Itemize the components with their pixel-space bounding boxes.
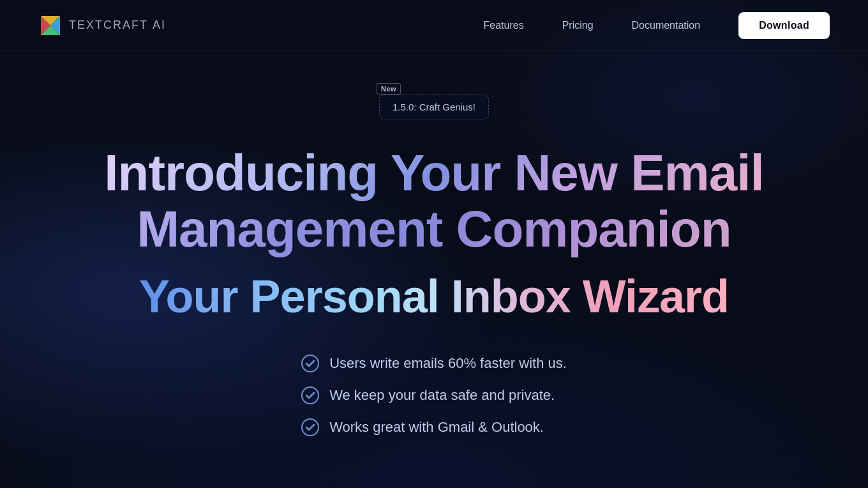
version-text: 1.5.0: Craft Genius! — [379, 95, 489, 119]
feature-item-3: Works great with Gmail & Outlook. — [301, 418, 544, 436]
navigation: TEXTCRAFT AI Features Pricing Documentat… — [0, 0, 868, 51]
feature-text-2: We keep your data safe and private. — [329, 387, 555, 404]
hero-title: Introducing Your New Email Management Co… — [104, 145, 763, 257]
feature-text-3: Works great with Gmail & Outlook. — [329, 419, 544, 436]
feature-item-1: Users write emails 60% faster with us. — [301, 355, 567, 372]
feature-text-1: Users write emails 60% faster with us. — [329, 355, 567, 372]
nav-links: Features Pricing Documentation Download — [483, 12, 830, 39]
logo[interactable]: TEXTCRAFT AI — [38, 13, 166, 38]
svg-point-5 — [302, 355, 318, 372]
check-icon-1 — [301, 355, 319, 372]
svg-point-7 — [302, 419, 318, 436]
check-icon-3 — [301, 418, 319, 436]
svg-point-6 — [302, 387, 318, 404]
feature-item-2: We keep your data safe and private. — [301, 386, 555, 404]
download-button[interactable]: Download — [738, 12, 830, 39]
logo-brand-name: TEXTCRAFT AI — [69, 19, 166, 32]
hero-section: New 1.5.0: Craft Genius! Introducing You… — [0, 51, 868, 436]
logo-icon — [38, 13, 63, 38]
hero-title-line2: Management Companion — [104, 201, 763, 257]
nav-link-pricing[interactable]: Pricing — [562, 20, 594, 31]
nav-link-documentation[interactable]: Documentation — [632, 20, 701, 31]
nav-link-features[interactable]: Features — [483, 20, 523, 31]
features-list: Users write emails 60% faster with us. W… — [301, 355, 567, 436]
check-icon-2 — [301, 386, 319, 404]
hero-title-line1: Introducing Your New Email — [104, 145, 763, 201]
hero-subtitle: Your Personal Inbox Wizard — [139, 270, 729, 323]
version-badge: New 1.5.0: Craft Genius! — [379, 89, 489, 119]
new-label: New — [377, 83, 401, 95]
